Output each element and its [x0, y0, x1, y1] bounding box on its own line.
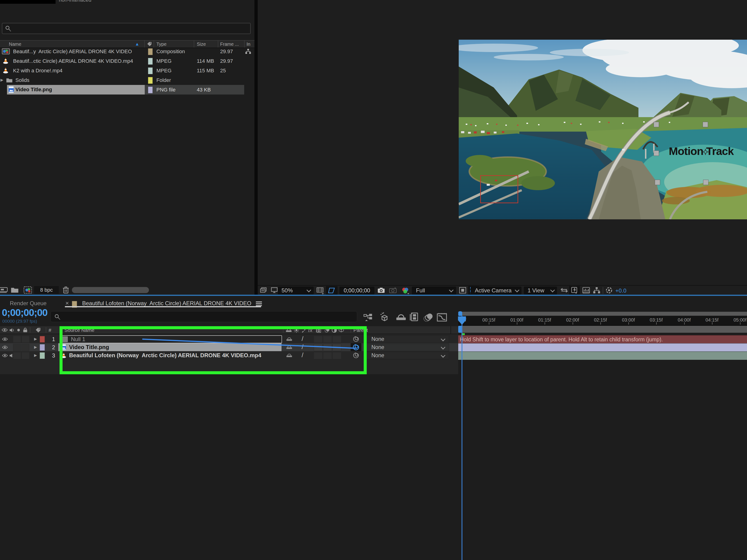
track-region-box[interactable] [480, 175, 518, 203]
label-swatch[interactable] [148, 48, 153, 55]
label-swatch[interactable] [148, 86, 153, 93]
always-preview-icon[interactable] [260, 287, 267, 294]
composition-viewport[interactable]: Motion Track [459, 40, 747, 219]
item-name: Solids [16, 77, 29, 83]
reset-exposure-icon[interactable] [606, 287, 613, 294]
motion-blur-icon[interactable] [423, 313, 434, 322]
project-search-input[interactable] [2, 23, 251, 34]
shy-layers-icon[interactable] [396, 314, 406, 321]
column-header-name[interactable]: Name [9, 42, 21, 47]
item-frame: 25 [220, 68, 226, 74]
roi-button[interactable] [326, 286, 338, 295]
viewer-timecode[interactable]: 0;00;00;00 [339, 287, 375, 294]
layer-handle[interactable] [655, 180, 660, 185]
vlc-media-icon [3, 67, 8, 74]
new-folder-icon[interactable] [11, 287, 19, 293]
project-row-solids[interactable]: ▶ Solids Folder [0, 75, 254, 85]
switch-cell[interactable] [22, 344, 29, 351]
switch-cell[interactable] [13, 352, 21, 359]
tab-close-icon[interactable]: × [66, 300, 69, 307]
resolution-dropdown[interactable]: Full [412, 287, 456, 294]
frame-blend-icon[interactable] [409, 312, 419, 322]
number-column-header[interactable]: # [49, 327, 51, 333]
column-header-size[interactable]: Size [197, 42, 206, 47]
item-type: Folder [156, 77, 171, 83]
preview-monitor-icon[interactable] [271, 287, 278, 294]
project-row-mpeg1[interactable]: Beautif...ctic Circle) AERIAL DRONE 4K V… [0, 56, 254, 66]
grid-guides-icon[interactable] [316, 287, 325, 294]
expand-icon[interactable]: ▶ [34, 337, 37, 341]
bit-depth-button[interactable]: 8 bpc [34, 286, 59, 294]
new-composition-icon[interactable] [23, 286, 32, 294]
eye-icon[interactable] [2, 345, 8, 349]
layer-handle[interactable] [654, 151, 659, 156]
expand-icon[interactable]: ▶ [34, 353, 37, 357]
item-type: MPEG [156, 58, 172, 64]
parent-dropdown[interactable]: None [366, 352, 449, 359]
anchor-point-icon[interactable] [702, 149, 709, 155]
trash-icon[interactable] [62, 286, 69, 294]
work-area-bar[interactable] [458, 326, 747, 333]
project-row-mpeg2[interactable]: K2 with a Drone!.mp4 MPEG 115 MB 25 [0, 66, 254, 75]
parent-dropdown[interactable]: None [366, 344, 449, 351]
channel-rgb-icon[interactable] [401, 287, 410, 295]
layer-handle[interactable] [703, 122, 708, 127]
playhead-line[interactable] [462, 316, 462, 560]
interpret-footage-icon[interactable] [0, 287, 8, 294]
active-camera-dropdown[interactable]: Active Camera [471, 287, 521, 294]
label-swatch[interactable] [148, 68, 153, 74]
column-header-frame[interactable]: Frame ... [220, 42, 239, 47]
label-column-icon[interactable] [35, 328, 41, 333]
switch-cell[interactable] [22, 352, 29, 359]
layer-handle[interactable] [703, 180, 709, 185]
parent-dropdown[interactable]: None [366, 336, 449, 343]
draft-3d-icon[interactable] [378, 312, 389, 322]
expand-icon[interactable]: ▶ [0, 78, 3, 82]
current-timecode[interactable]: 0;00;00;00 [2, 307, 47, 318]
snapshot-icon[interactable] [377, 287, 385, 294]
project-row-video-title[interactable]: Video Title.png PNG file 43 KB [0, 85, 254, 95]
exposure-value[interactable]: +0.0 [615, 288, 626, 294]
label-column-icon[interactable] [147, 42, 152, 47]
comp-mini-flowchart-icon[interactable] [363, 313, 373, 321]
expand-icon[interactable]: ▶ [34, 345, 37, 349]
eye-icon[interactable] [2, 353, 8, 357]
footage-info: non-interlaced [59, 0, 91, 3]
chevron-down-icon [441, 353, 445, 358]
layer-handle[interactable] [654, 122, 659, 127]
panel-divider[interactable] [254, 0, 258, 295]
view-layout-dropdown[interactable]: 1 View [524, 287, 557, 294]
project-row-composition[interactable]: Beautif...y Arctic Circle) AERIAL DRONE … [0, 47, 254, 56]
horizontal-scrollbar[interactable] [72, 287, 149, 293]
switch-cell[interactable] [13, 344, 21, 351]
share-view-icon[interactable] [560, 287, 568, 294]
column-header-type[interactable]: Type [156, 42, 166, 47]
magnification-dropdown[interactable]: 50% [278, 287, 314, 294]
time-navigator-bar[interactable] [458, 312, 747, 316]
timeline-button-icon[interactable] [582, 287, 590, 294]
switch-cell[interactable] [22, 336, 29, 343]
graph-editor-icon[interactable] [437, 312, 447, 322]
label-swatch[interactable] [148, 58, 153, 64]
sort-asc-icon[interactable]: ▲ [135, 42, 139, 47]
layer-bar-video-title[interactable] [458, 343, 747, 352]
layer-label-swatch[interactable] [40, 344, 45, 351]
tab-composition[interactable]: Beautiful Lofoten (Norway Arctic Circle)… [82, 300, 251, 306]
layer-number: 1 [48, 336, 55, 343]
ruler-tick: 00:15f [475, 317, 503, 323]
layer-bar-footage[interactable] [458, 351, 747, 360]
work-area-start-handle[interactable] [458, 326, 462, 333]
layer-label-swatch[interactable] [40, 336, 45, 343]
label-swatch[interactable] [148, 77, 153, 84]
switch-cell[interactable] [13, 336, 21, 343]
tab-render-queue[interactable]: Render Queue [10, 300, 47, 306]
time-ruler[interactable]: 0:00f 00:15f 01:00f 01:15f 02:00f 02:15f… [458, 316, 747, 326]
fast-previews-button[interactable] [569, 286, 580, 295]
target-region-icon[interactable] [459, 287, 466, 294]
timeline-search-input[interactable] [50, 311, 357, 322]
eye-icon[interactable] [2, 337, 8, 341]
layer-label-swatch[interactable] [40, 352, 45, 359]
motion-track-text-layer[interactable]: Motion Track [669, 145, 734, 158]
comp-flowchart-icon[interactable] [593, 287, 600, 294]
show-snapshot-icon[interactable] [389, 287, 397, 294]
